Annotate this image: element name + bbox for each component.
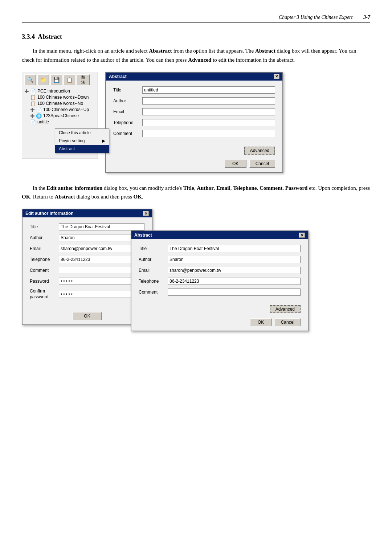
label-telephone-2: Telephone bbox=[139, 279, 168, 284]
context-menu-close[interactable]: Close this article bbox=[55, 129, 109, 137]
input-comment-1[interactable] bbox=[142, 130, 275, 137]
edit-author-titlebar: Edit author information ✕ bbox=[23, 209, 152, 217]
context-menu-pinyin[interactable]: Pinyin setting ▶ bbox=[55, 137, 109, 145]
paragraph-1: In the main menu, right-click on an arti… bbox=[22, 46, 370, 65]
input-email-2[interactable] bbox=[168, 267, 301, 274]
ea-label-author: Author bbox=[30, 235, 59, 240]
form-row-comment-1: Comment bbox=[113, 130, 275, 137]
cancel-button-2[interactable]: Cancel bbox=[275, 318, 301, 326]
ea-form-row-comment: Comment bbox=[30, 267, 144, 274]
ea-form-row-email: Email bbox=[30, 245, 144, 252]
advanced-button-2[interactable]: Advanced bbox=[270, 305, 301, 313]
tree-item-pce: ➕ 📄 PCE introduction bbox=[24, 88, 95, 94]
abstract-dialog-2-body: Title Author Email Telephone bbox=[131, 239, 308, 305]
page-header: Chapter 3 Using the Chinese Expert 3-7 bbox=[22, 15, 370, 23]
ea-input-title[interactable] bbox=[59, 223, 144, 230]
abstract-dialog-1-body: Title Author Email Telephone bbox=[106, 81, 282, 147]
label-comment-2: Comment bbox=[139, 290, 168, 295]
ea-form-row-title: Title bbox=[30, 223, 144, 230]
label-author-1: Author bbox=[113, 98, 142, 103]
label-title-2: Title bbox=[139, 246, 168, 251]
form-row-author-2: Author bbox=[139, 256, 301, 263]
abstract-dialog-2-close[interactable]: ✕ bbox=[299, 233, 305, 238]
form-row-title-1: Title bbox=[113, 86, 275, 94]
paragraph-2: In the Edit auther information dialog bo… bbox=[22, 184, 370, 202]
dialog-buttons-2: OK Cancel bbox=[131, 315, 308, 331]
tree-item-123: ➕ 🌐 123SpeakChinese bbox=[30, 113, 95, 119]
ok-button-2[interactable]: OK bbox=[250, 318, 272, 326]
label-comment-1: Comment bbox=[113, 131, 142, 136]
page: Chapter 3 Using the Chinese Expert 3-7 3… bbox=[0, 0, 392, 540]
advanced-row-1: Advanced bbox=[106, 147, 282, 157]
form-row-comment-2: Comment bbox=[139, 289, 301, 296]
screenshot-area-2: Edit author information ✕ Title Author E… bbox=[22, 209, 370, 390]
abstract-dialog-1-titlebar: Abstract ✕ bbox=[106, 73, 282, 81]
abstract-dialog-1-close[interactable]: ✕ bbox=[274, 74, 279, 79]
toolbar-btn-clipboard[interactable]: 📋 bbox=[64, 74, 75, 85]
context-menu-abstract[interactable]: Abstract bbox=[55, 145, 109, 153]
tree-item-no: 📋 100 Chinese words--No bbox=[30, 101, 95, 107]
tree-item-down: 📋 100 Chinese words--Down bbox=[30, 94, 95, 101]
advanced-row-2: Advanced bbox=[131, 305, 308, 315]
left-panel: 🔍 📁 💾 📋 翻漢 ➕ 📄 PCE introduction 📋 100 Ch… bbox=[22, 72, 98, 159]
ea-label-title: Title bbox=[30, 224, 59, 229]
input-author-2[interactable] bbox=[168, 256, 301, 263]
input-author-1[interactable] bbox=[142, 97, 275, 105]
form-row-author-1: Author bbox=[113, 97, 275, 105]
cancel-button-1[interactable]: Cancel bbox=[249, 160, 275, 168]
tree-item-untitle: 📄 untitle bbox=[30, 119, 95, 125]
screenshot-area-1: 🔍 📁 💾 📋 翻漢 ➕ 📄 PCE introduction 📋 100 Ch… bbox=[22, 72, 370, 173]
form-row-telephone-1: Telephone bbox=[113, 119, 275, 126]
input-title-2[interactable] bbox=[168, 245, 301, 252]
edit-author-close[interactable]: ✕ bbox=[143, 211, 149, 216]
input-comment-2[interactable] bbox=[168, 289, 301, 296]
form-row-email-2: Email bbox=[139, 267, 301, 274]
input-email-1[interactable] bbox=[142, 108, 275, 115]
abstract-dialog-2-titlebar: Abstract ✕ bbox=[131, 231, 308, 239]
label-email-2: Email bbox=[139, 268, 168, 273]
ea-label-comment: Comment bbox=[30, 268, 59, 273]
toolbar-btn-save[interactable]: 💾 bbox=[50, 74, 62, 85]
form-row-telephone-2: Telephone bbox=[139, 278, 301, 285]
chapter-title: Chapter 3 Using the Chinese Expert bbox=[279, 15, 352, 20]
form-row-email-1: Email bbox=[113, 108, 275, 115]
ea-ok-button[interactable]: OK bbox=[73, 312, 102, 320]
abstract-dialog-2: Abstract ✕ Title Author Email bbox=[131, 230, 309, 331]
toolbar-btn-chinese[interactable]: 翻漢 bbox=[77, 74, 90, 85]
edit-author-title: Edit author information bbox=[25, 211, 74, 216]
ea-form-row-password: Password bbox=[30, 278, 144, 285]
ea-label-telephone: Telephone bbox=[30, 257, 59, 262]
ok-button-1[interactable]: OK bbox=[225, 160, 246, 168]
input-telephone-2[interactable] bbox=[168, 278, 301, 285]
page-number: 3-7 bbox=[363, 15, 370, 20]
context-menu: Close this article Pinyin setting ▶ Abst… bbox=[55, 128, 109, 153]
input-title-1[interactable] bbox=[142, 86, 275, 94]
abstract-dialog-1-title: Abstract bbox=[109, 74, 127, 79]
label-telephone-1: Telephone bbox=[113, 120, 142, 125]
ea-form-row-author: Author bbox=[30, 234, 144, 241]
ea-label-password: Password bbox=[30, 279, 59, 284]
label-title-1: Title bbox=[113, 87, 142, 93]
toolbar-btn-search[interactable]: 🔍 bbox=[24, 74, 36, 85]
abstract-dialog-2-title: Abstract bbox=[134, 233, 152, 238]
form-row-title-2: Title bbox=[139, 245, 301, 252]
section-heading: 3.3.4 Abstract bbox=[22, 33, 370, 41]
dialog-buttons-1: OK Cancel bbox=[106, 157, 282, 172]
toolbar-btn-folder[interactable]: 📁 bbox=[37, 74, 49, 85]
ea-form-row-telephone: Telephone bbox=[30, 256, 144, 263]
input-telephone-1[interactable] bbox=[142, 119, 275, 126]
ea-label-email: Email bbox=[30, 246, 59, 251]
advanced-button-1[interactable]: Advanced bbox=[244, 147, 275, 155]
ea-label-confirm: Confirmpassword bbox=[30, 289, 59, 300]
label-email-1: Email bbox=[113, 109, 142, 114]
tree-item-up: ➕ 📄 100 Chinese words--Up bbox=[30, 107, 95, 113]
abstract-dialog-1: Abstract ✕ Title Author Email bbox=[105, 72, 283, 173]
toolbar-row: 🔍 📁 💾 📋 翻漢 bbox=[24, 74, 95, 85]
label-author-2: Author bbox=[139, 257, 168, 262]
ea-form-row-confirm: Confirmpassword bbox=[30, 289, 144, 300]
